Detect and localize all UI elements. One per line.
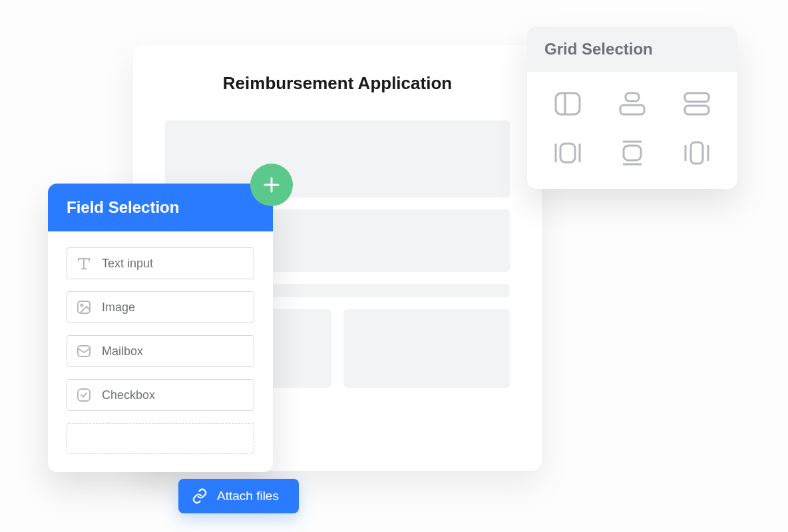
form-placeholder-block (343, 309, 510, 388)
field-drop-zone[interactable] (67, 423, 254, 454)
grid-option-center-horizontal[interactable] (553, 140, 582, 166)
attach-files-button[interactable]: Attach files (178, 479, 299, 513)
add-field-button[interactable] (250, 164, 293, 206)
mail-icon (75, 342, 93, 360)
field-selection-title: Field Selection (48, 184, 273, 231)
field-selection-panel: Field Selection Text input (48, 184, 273, 472)
field-option-label: Image (102, 301, 135, 315)
svg-rect-2 (626, 93, 639, 101)
link-icon (192, 488, 208, 504)
grid-selection-panel: Grid Selection (527, 27, 737, 189)
svg-rect-4 (685, 93, 709, 102)
image-icon (75, 299, 93, 316)
checkbox-icon (75, 386, 93, 404)
svg-point-23 (81, 304, 83, 306)
field-list: Text input Image Mailbox (48, 231, 273, 454)
svg-rect-0 (556, 93, 580, 114)
plus-icon (262, 175, 282, 195)
form-title: Reimbursement Application (165, 73, 510, 94)
grid-options (527, 72, 737, 189)
field-option-checkbox[interactable]: Checkbox (67, 379, 254, 411)
grid-option-center-vertical[interactable] (618, 140, 647, 166)
svg-rect-3 (620, 105, 644, 114)
attach-files-label: Attach files (217, 489, 279, 503)
svg-rect-5 (685, 106, 709, 114)
field-option-label: Mailbox (102, 344, 143, 358)
svg-rect-25 (78, 389, 90, 401)
svg-rect-10 (624, 146, 641, 160)
svg-rect-13 (691, 142, 703, 164)
grid-option-split-left[interactable] (553, 90, 582, 117)
field-option-text-input[interactable]: Text input (67, 247, 254, 279)
field-option-label: Checkbox (102, 388, 155, 402)
field-option-mailbox[interactable]: Mailbox (67, 335, 254, 367)
svg-rect-7 (560, 144, 575, 162)
grid-option-stack-equal[interactable] (682, 90, 711, 117)
grid-selection-title: Grid Selection (527, 27, 737, 72)
grid-option-center-tall[interactable] (682, 140, 711, 166)
svg-rect-24 (78, 346, 90, 356)
grid-option-top-narrow[interactable] (618, 90, 647, 117)
text-icon (75, 255, 93, 272)
field-option-image[interactable]: Image (67, 291, 254, 323)
field-option-label: Text input (102, 257, 153, 271)
